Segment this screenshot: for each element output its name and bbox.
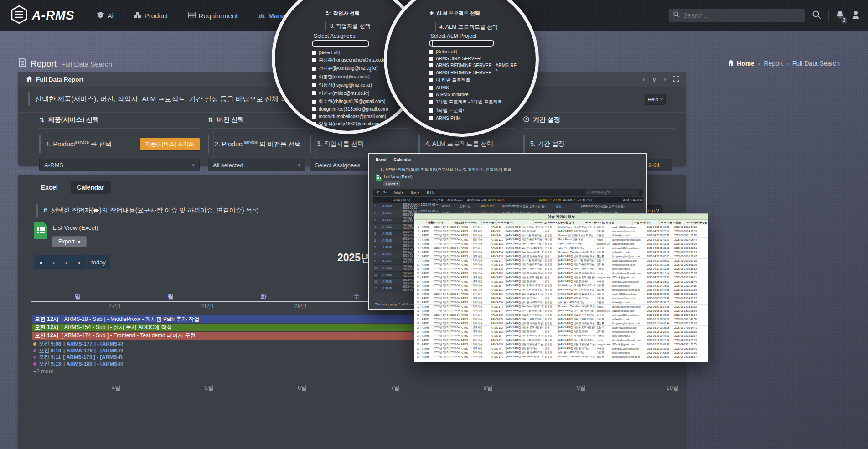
prev-year-button[interactable]: « (34, 259, 48, 266)
app-logo[interactable]: A-RMS (11, 5, 75, 26)
checkbox-icon[interactable] (429, 116, 433, 120)
checkbox-icon[interactable] (312, 51, 316, 55)
alm-option[interactable]: ARMS-PHM (429, 116, 517, 121)
day-number[interactable]: 6일 (217, 384, 310, 392)
sheet-row[interactable]: 16A-RMS2025년 1분기 (2025-04-01 ~ 2025-06-3… (414, 288, 708, 292)
day-number[interactable]: 5일 (124, 384, 217, 392)
checkbox-icon[interactable] (429, 78, 433, 82)
scroll-up-icon[interactable]: ▲ (495, 67, 499, 72)
notifications-button[interactable]: 3 (836, 10, 844, 21)
search-submit-icon[interactable] (812, 10, 821, 21)
column-header[interactable]: ALM 이슈 구분 (466, 198, 487, 202)
alm-option[interactable]: 1레벨 프로젝트 - 2레벨 프로젝트 (429, 99, 517, 105)
redo-icon[interactable]: ↷ (383, 191, 386, 195)
export-button[interactable]: Export ▾ (52, 236, 87, 247)
tab-calendar[interactable]: Calendar (71, 181, 111, 194)
assignee-option[interactable]: 최수현(chltngus129@gmail.com) (312, 98, 388, 105)
table-row[interactable]: 1A-RMS2025년 1분기 2025-04-01 ~ 2025-06-30A… (373, 203, 643, 210)
sheet-row[interactable]: 8A-RMS2025년 1분기 (2025-04-01 ~ 2025-06-30… (414, 254, 708, 258)
breadcrumb-report[interactable]: Report (764, 60, 783, 67)
alm-option[interactable]: ARMS-REDMINE-SERVER (429, 70, 517, 75)
assignee-option[interactable]: 이동민(dmlee@mz.co.kr) (312, 74, 388, 80)
sheet-row[interactable]: 27A-RMS2025년 1분기 (2025-04-01 ~ 2025-06-3… (414, 334, 708, 338)
sheet-row[interactable]: 30A-RMS2025년 1분기 (2025-04-01 ~ 2025-06-3… (414, 346, 708, 351)
checkbox-icon[interactable] (312, 122, 316, 126)
day-number[interactable]: 7일 (310, 384, 403, 392)
checkbox-icon[interactable] (312, 83, 316, 87)
sheet-row[interactable]: 15A-RMS2025년 1분기 (2025-04-01 ~ 2025-06-3… (414, 284, 708, 288)
product-select[interactable]: A-RMS ▾ (39, 159, 200, 171)
calendar-event-item[interactable]: 오전 9:08 [ ARMS-177 ] - [ARMS-REQ] 모니 (32, 341, 123, 347)
column-header[interactable]: ALM 이슈 제목 (621, 198, 643, 202)
prev-button[interactable]: ‹ (48, 259, 60, 266)
calendar-event-item[interactable]: 오전 9:11 [ ARMS-179 ] - [ARMS-REQ] 캐릭 (32, 354, 123, 361)
collapse-left-icon[interactable]: ‹ (642, 76, 645, 83)
checkbox-icon[interactable] (429, 86, 433, 90)
sheet-row[interactable]: 10A-RMS2025년 1분기 (2025-04-01 ~ 2025-06-3… (414, 263, 708, 267)
preview-tab-calendar[interactable]: Calendar (394, 157, 412, 162)
checkbox-icon[interactable] (429, 71, 433, 75)
assignee-option[interactable]: 장지윤(jiyoonjang@mz.co.kr) (312, 65, 388, 72)
sheet-row[interactable]: 13A-RMS2025년 1분기 (2025-04-01 ~ 2025-06-3… (414, 275, 708, 279)
collapse-right-icon[interactable]: › (664, 76, 666, 83)
day-number[interactable]: 9일 (496, 384, 589, 392)
export-button[interactable]: Export▾ (383, 181, 400, 186)
column-header[interactable]: A-RMS 요구사항 상태 (562, 198, 622, 202)
checkbox-icon[interactable] (429, 63, 433, 67)
checkbox-icon[interactable] (312, 114, 316, 119)
today-button[interactable]: today (87, 255, 110, 269)
sheet-row[interactable]: 25A-RMS2025년 1분기 (2025-04-01 ~ 2025-06-3… (414, 326, 708, 330)
day-number[interactable]: 27일 (31, 302, 124, 310)
assignee-option[interactable]: dongmin lee(313cokr@gmail.com) (312, 107, 388, 112)
alm-dropdown-label[interactable]: Select ALM Project (430, 33, 476, 39)
day-number[interactable]: 10일 (589, 384, 682, 392)
sheet-row[interactable]: 24A-RMS2025년 1분기 (2025-04-01 ~ 2025-06-3… (414, 321, 708, 325)
undo-icon[interactable]: ↶ (377, 191, 379, 195)
sheet-row[interactable]: 19A-RMS2025년 1분기 (2025-04-01 ~ 2025-06-3… (414, 300, 708, 304)
alm-option[interactable]: ARMS-JIRA-SERVER (429, 56, 517, 61)
menu-item-product[interactable]: Product (134, 12, 168, 20)
checkbox-icon[interactable] (429, 93, 433, 97)
sheet-row[interactable]: 7A-RMS2025년 1분기 (2025-04-01 ~ 2025-06-30… (414, 250, 708, 254)
menu-item-requirement[interactable]: Requirement (188, 12, 238, 20)
chevron-down-icon[interactable]: ∨ (652, 76, 656, 83)
alm-option[interactable]: ARMS (429, 85, 517, 90)
alm-option[interactable]: 1레벨 프로젝트 (429, 108, 517, 114)
assignee-option[interactable]: 홍성훈(hongseonghun@mz.co.kr) (312, 57, 388, 63)
assignee-option[interactable]: 양형석(hsyang@mz.co.kr) (312, 82, 388, 88)
sheet-row[interactable]: 28A-RMS2025년 1분기 (2025-04-01 ~ 2025-06-3… (414, 338, 708, 342)
sheet-search-box[interactable]: ⌕ 시트에서 검색 (585, 190, 639, 195)
sheet-column-header[interactable]: ALM 이슈 제목 (584, 220, 599, 225)
sheet-row[interactable]: 20A-RMS2025년 1분기 (2025-04-01 ~ 2025-06-3… (414, 305, 708, 309)
sheet-row[interactable]: 9A-RMS2025년 1분기 (2025-04-01 ~ 2025-06-30… (414, 259, 708, 263)
checkbox-icon[interactable] (429, 108, 433, 113)
day-number[interactable]: 29일 (217, 302, 310, 310)
help-button[interactable]: Help ? (645, 94, 666, 105)
sheet-row[interactable]: 12A-RMS2025년 1분기 (2025-04-01 ~ 2025-06-3… (414, 271, 708, 275)
column-header[interactable]: ALM 이슈 키 (486, 198, 537, 202)
checkbox-icon[interactable] (312, 67, 316, 71)
column-header[interactable]: 제품(서비스) (392, 198, 429, 202)
checkbox-icon[interactable] (429, 57, 433, 61)
sheet-row[interactable]: 4A-RMS2025년 1분기 (2025-04-01 ~ 2025-06-30… (414, 238, 708, 242)
sheet-column-header[interactable]: 제품(서비스) (427, 220, 452, 225)
version-select[interactable]: All selected ▾ (208, 159, 305, 171)
alm-option[interactable]: A-RMS Initiative (429, 92, 517, 97)
sheet-column-header[interactable]: A-RMS 요구사항 제목 (534, 220, 547, 225)
sheet-row[interactable]: 14A-RMS2025년 1분기 (2025-04-01 ~ 2025-06-3… (414, 279, 708, 284)
alm-filter-input[interactable] (429, 40, 494, 47)
next-button[interactable]: › (60, 259, 72, 266)
column-header[interactable]: 버전(정렬) (429, 198, 446, 202)
sheet-column-header[interactable]: 버전(정렬) (452, 220, 464, 225)
tab-excel[interactable]: Excel (35, 181, 64, 194)
sheet-row[interactable]: 17A-RMS2025년 1분기 (2025-04-01 ~ 2025-06-3… (414, 292, 708, 296)
assignee-option[interactable]: 양형석(gudtjr4662@gmail.com) (312, 121, 388, 127)
sheet-row[interactable]: 1A-RMS2025년 1분기 (2025-04-01 ~ 2025-06-30… (414, 225, 708, 229)
user-icon[interactable] (852, 10, 860, 21)
next-year-button[interactable]: » (72, 259, 86, 266)
day-number[interactable]: 8일 (403, 384, 496, 392)
sheet-row[interactable]: 6A-RMS2025년 1분기 (2025-04-01 ~ 2025-06-30… (414, 246, 708, 250)
assignee-option[interactable]: [Select all] (312, 50, 388, 55)
sheet-row[interactable]: 31A-RMS2025년 1분기 (2025-04-01 ~ 2025-06-3… (414, 351, 708, 355)
assignee-dropdown-label[interactable]: Select Assignees (314, 33, 355, 39)
